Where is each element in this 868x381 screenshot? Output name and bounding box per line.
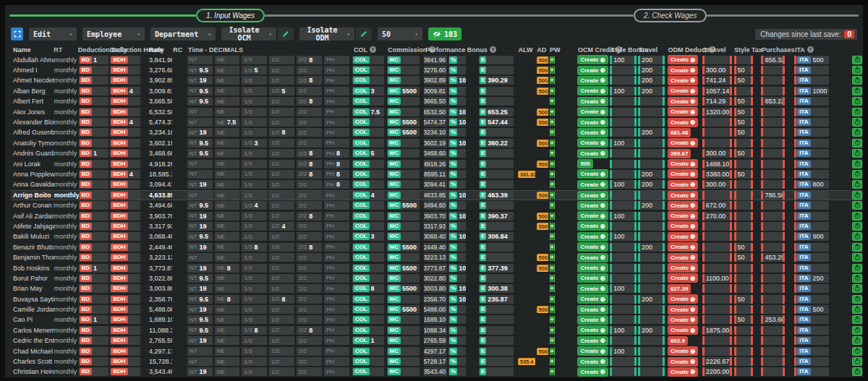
travel-input[interactable] [638,212,665,221]
travel-input[interactable] [638,284,665,293]
table-row[interactable]: Ahmet Necdet Se...monthlyBDBDH3,902.89NT… [11,76,863,86]
isolate-ocm-edit-button[interactable] [278,27,294,40]
time-input-NT[interactable]: NT19 [187,367,213,376]
time-input-1-2[interactable]: 1/2 [269,347,294,356]
deduction-hourly-input[interactable]: BDH [110,76,140,85]
pw-add-button[interactable]: + [550,160,555,168]
col-input[interactable]: COL [352,56,384,64]
odm-create-button[interactable]: Create⊕ [668,242,698,252]
style-bonus-input[interactable] [610,315,637,324]
alw-badge[interactable]: 361.82 [518,171,535,178]
col-input[interactable]: COL [352,305,384,314]
time-input-2-2[interactable]: 2/2 [297,295,322,304]
time-input-PH[interactable]: PH [324,295,349,304]
commission-input[interactable]: MC [387,232,420,241]
power-button[interactable] [852,232,862,241]
time-input-1-3[interactable]: 1/3 [242,315,267,324]
power-button[interactable] [852,367,862,376]
ocm-create-button[interactable]: Create⊕ [577,66,608,75]
page-size-dropdown[interactable]: 50 ▾ [378,27,422,40]
style-tax-input[interactable] [734,264,754,273]
table-row[interactable]: Anna GavaldamonthlyBDBDH3,094.41NT19NE1/… [11,180,863,190]
travel-input[interactable] [638,253,665,262]
perf-bonus-percent-input[interactable]: % [448,170,466,179]
time-input-2-2[interactable]: 2/2 [297,357,322,366]
stokvel-input[interactable] [702,347,732,356]
deduction-hourly-input[interactable]: BDH [110,139,140,147]
stokvel-input[interactable] [702,232,732,241]
style-bonus-input[interactable]: 100 [610,56,637,64]
purchases-input[interactable] [761,108,785,116]
purchases-input[interactable]: 453.25 [761,253,785,262]
perf-bonus-amount-input[interactable]: E [479,305,514,314]
perf-bonus-base-input[interactable]: 3902.89 [424,76,447,85]
time-input-PH[interactable]: PH [324,87,349,95]
purchases-input[interactable]: 786.50 [761,191,785,200]
pw-add-button[interactable]: + [550,171,555,178]
perf-bonus-percent-input[interactable]: % [448,243,466,252]
ita-input[interactable]: ITA [794,108,829,116]
time-input-1-2[interactable]: 1/2 [269,367,294,376]
travel-input[interactable]: 200 [638,87,665,95]
time-input-NE[interactable]: NE [215,284,240,293]
commission-input[interactable]: MC5500 [387,305,420,314]
ad-badge[interactable]: 500 [537,265,548,272]
ocm-create-button[interactable]: Create⊕ [577,263,608,273]
time-input-PH[interactable]: PH [324,108,349,116]
pw-add-button[interactable]: + [550,327,555,334]
deduction-daily-input[interactable]: BD [79,87,109,95]
time-input-NT[interactable]: NT [187,56,213,64]
perf-bonus-percent-input[interactable]: %10 [448,212,466,221]
perf-bonus-amount-input[interactable]: E [479,87,514,95]
deduction-hourly-input[interactable]: BDH [110,180,140,189]
commission-input[interactable]: MC5500 [387,264,420,273]
commission-input[interactable]: MC5500 [387,118,420,127]
time-input-1-2[interactable]: 1/2 [269,315,294,324]
time-input-PH[interactable]: PH [324,336,349,345]
commission-input[interactable]: MC [387,66,420,74]
pw-add-button[interactable]: + [550,348,555,355]
deduction-daily-input[interactable]: BD [79,108,109,116]
time-input-2-2[interactable]: 2/2 [297,232,322,241]
ad-badge[interactable]: 500 [537,119,548,126]
style-tax-input[interactable]: 50 [734,149,754,158]
deduction-daily-input[interactable]: BD [79,160,109,168]
style-tax-input[interactable] [734,232,754,241]
time-input-NE[interactable]: NE [215,326,240,335]
time-input-NE[interactable]: NE [215,347,240,356]
stokvel-input[interactable] [702,243,732,252]
deduction-daily-input[interactable]: BD [79,347,109,356]
time-input-1-2[interactable]: 1/2 [269,253,294,262]
time-input-1-3[interactable]: 1/3 [242,274,267,283]
table-row[interactable]: Cedric the Entert...monthlyBDBDH2,765.59… [11,336,863,346]
table-row[interactable]: Ani LorakmonthlyBDBDH4,918.26NTNE1/31/22… [11,159,863,169]
time-input-NT[interactable]: NT9.5 [187,139,213,147]
power-button[interactable] [852,274,862,283]
perf-bonus-percent-input[interactable]: %10 [448,139,466,147]
time-input-NE[interactable]: NE8 [215,295,240,304]
time-input-2-2[interactable]: 2/2 [297,305,322,314]
deduction-hourly-input[interactable]: BDH [110,295,140,304]
time-input-1-3[interactable]: 1/35 [242,66,267,74]
time-input-PH[interactable]: PH [324,326,349,335]
time-input-NT[interactable]: NT9.5 [187,66,213,74]
purchases-input[interactable] [761,139,785,147]
commission-input[interactable]: MC [387,76,420,85]
style-bonus-input[interactable] [610,76,637,85]
commission-input[interactable]: MC [387,180,420,189]
time-input-NE[interactable]: NE [215,222,240,231]
perf-bonus-amount-input[interactable]: E [479,128,514,137]
time-input-1-2[interactable]: 1/2 [269,108,294,116]
pw-add-button[interactable]: + [550,275,555,282]
odm-create-button[interactable]: Create⊕ [668,221,698,231]
purchases-input[interactable] [761,160,785,168]
travel-input[interactable]: 200 [638,76,665,85]
ad-badge[interactable]: 500 [537,77,548,84]
perf-bonus-base-input[interactable]: 2765.59 [424,336,447,345]
time-input-NT[interactable]: NT19 [187,76,213,85]
time-input-1-2[interactable]: 1/2 [269,284,294,293]
stokvel-input[interactable]: 1875.00 [702,326,732,335]
ocm-create-button[interactable]: Create⊕ [577,169,608,179]
ita-input[interactable]: ITA [794,76,829,85]
time-input-2-2[interactable]: 2/2 [297,367,322,376]
